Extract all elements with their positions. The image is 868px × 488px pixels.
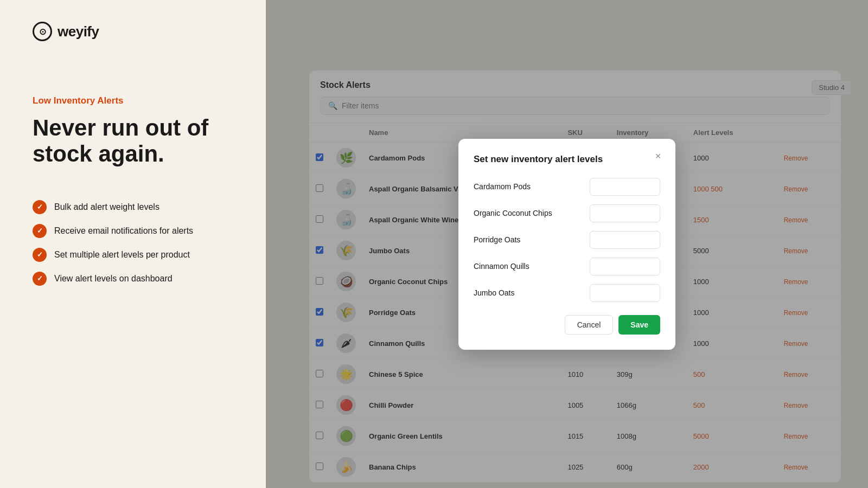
modal-input-jumbo[interactable]: [590, 284, 660, 302]
modal-input-cinnamon[interactable]: [590, 258, 660, 275]
feature-item-4: View alert levels on dashboard: [33, 272, 233, 286]
low-inventory-badge: Low Inventory Alerts: [33, 95, 233, 106]
modal-row-1: Organic Coconut Chips: [474, 204, 660, 222]
check-icon-2: [33, 224, 47, 238]
modal-row-2: Porridge Oats: [474, 231, 660, 249]
cancel-button[interactable]: Cancel: [565, 315, 614, 335]
modal-row-4: Jumbo Oats: [474, 284, 660, 302]
modal-input-coconut[interactable]: [590, 204, 660, 222]
logo-icon: ⊙: [33, 22, 52, 41]
save-button[interactable]: Save: [618, 315, 660, 335]
logo-text: weyify: [58, 23, 99, 40]
feature-item-1: Bulk add alert weight levels: [33, 200, 233, 214]
modal-footer: Cancel Save: [474, 315, 660, 335]
modal-input-cardamom[interactable]: [590, 178, 660, 196]
feature-item-2: Receive email notifications for alerts: [33, 224, 233, 238]
check-icon-3: [33, 248, 47, 262]
modal-label-4: Jumbo Oats: [474, 288, 514, 297]
modal-title: Set new inventory alert levels: [474, 154, 660, 165]
modal-dialog: Set new inventory alert levels × Cardamo…: [458, 139, 675, 350]
tagline-section: Low Inventory Alerts Never run out of st…: [33, 95, 233, 168]
modal-label-3: Cinnamon Quills: [474, 262, 529, 271]
check-icon-1: [33, 200, 47, 214]
modal-close-button[interactable]: ×: [652, 150, 665, 163]
features-list: Bulk add alert weight levels Receive ema…: [33, 200, 233, 286]
modal-label-1: Organic Coconut Chips: [474, 209, 552, 217]
modal-input-porridge[interactable]: [590, 231, 660, 249]
modal-label-0: Cardamom Pods: [474, 182, 531, 191]
modal-overlay: Set new inventory alert levels × Cardamo…: [266, 0, 868, 488]
feature-item-3: Set multiple alert levels per product: [33, 248, 233, 262]
left-panel: ⊙ weyify Low Inventory Alerts Never run …: [0, 0, 266, 488]
tagline-heading: Never run out of stock again.: [33, 115, 233, 168]
modal-row-0: Cardamom Pods: [474, 178, 660, 196]
modal-label-2: Porridge Oats: [474, 235, 520, 244]
modal-row-3: Cinnamon Quills: [474, 258, 660, 275]
check-icon-4: [33, 272, 47, 286]
logo: ⊙ weyify: [33, 22, 233, 41]
